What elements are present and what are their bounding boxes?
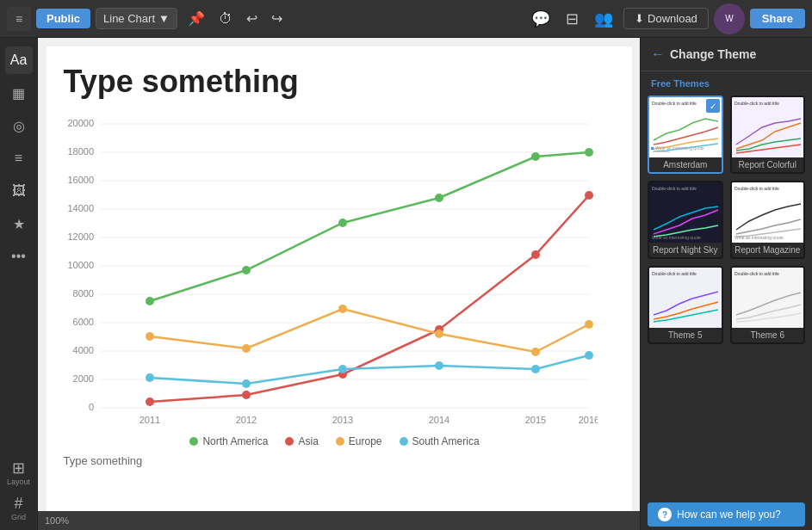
zoom-bar: 100% [38, 511, 640, 530]
help-button[interactable]: ? How can we help you? [648, 502, 805, 527]
section-label: Free Themes [641, 71, 812, 92]
theme-5[interactable]: Double-click to add title Theme 5 [648, 266, 723, 344]
svg-point-41 [242, 344, 251, 353]
svg-point-29 [242, 266, 251, 274]
theme-6[interactable]: Double-click to add title Theme 6 [730, 266, 806, 344]
theme-report-night-sky[interactable]: Double-click to add title Write an inter… [648, 181, 723, 259]
users-icon[interactable]: 👥 [589, 6, 618, 32]
help-label: How can we help you? [677, 508, 781, 521]
sidebar-item-grid[interactable]: # Grid [11, 495, 26, 521]
sidebar-item-tables[interactable]: ≡ [5, 145, 33, 172]
sidebar-item-layout[interactable]: ⊞ Layout [7, 459, 30, 486]
layout-icon[interactable]: ⊟ [561, 6, 584, 32]
chart-container: 20000 18000 16000 14000 12000 10000 8000… [64, 114, 606, 427]
theme-report-night-sky-label: Report Night Sky [649, 243, 722, 257]
svg-text:2014: 2014 [428, 415, 449, 423]
chart-legend: North America Asia Europe South America [64, 435, 606, 447]
theme-amsterdam[interactable]: Double-click to add title Write an inter… [648, 96, 723, 174]
svg-text:Write an interesting quote: Write an interesting quote [655, 145, 704, 151]
back-button[interactable]: ← [651, 46, 665, 62]
legend-item-south-america: South America [400, 435, 480, 447]
svg-point-46 [146, 373, 154, 382]
legend-label-north-america: North America [202, 435, 268, 447]
svg-point-35 [242, 391, 251, 399]
layout-label: Layout [7, 478, 30, 486]
sidebar-item-charts[interactable]: ▦ [5, 79, 33, 107]
sidebar-item-icons[interactable]: ★ [5, 210, 33, 237]
theme-report-magazine-label: Report Magazine [732, 243, 804, 257]
images-icon: 🖼 [12, 183, 26, 199]
legend-dot-south-america [400, 437, 408, 446]
menu-icon[interactable]: ≡ [7, 7, 31, 31]
chart-title[interactable]: Type something [64, 64, 606, 100]
sidebar-item-maps[interactable]: ◎ [5, 112, 33, 139]
theme-amsterdam-preview: Double-click to add title Write an inter… [649, 97, 722, 157]
chart-subtitle[interactable]: Type something [64, 454, 606, 467]
svg-text:20000: 20000 [67, 118, 94, 128]
legend-label-asia: Asia [298, 435, 318, 447]
legend-label-europe: Europe [349, 435, 382, 447]
grid-label: Grid [11, 513, 26, 521]
toolbar-icons: 📌 ⏱ ↩ ↪ [183, 7, 288, 30]
download-button[interactable]: ⬇ Download [623, 8, 709, 29]
topbar-right: 💬 ⊟ 👥 ⬇ Download W Share [526, 3, 805, 34]
svg-text:14000: 14000 [67, 203, 94, 213]
svg-point-28 [146, 297, 154, 305]
theme-report-colorful-preview: Double-click to add title [732, 97, 804, 157]
sidebar-item-text[interactable]: Aa [5, 46, 33, 74]
theme-report-magazine[interactable]: Double-click to add title Write an inter… [730, 181, 806, 259]
panel-header: ← Change Theme [641, 38, 812, 71]
right-panel: ← Change Theme Free Themes Double-click … [640, 38, 812, 530]
legend-item-north-america: North America [189, 435, 268, 447]
svg-point-50 [531, 365, 540, 373]
legend-item-europe: Europe [336, 435, 382, 447]
svg-point-47 [242, 379, 251, 388]
svg-rect-65 [649, 268, 722, 328]
tables-icon: ≡ [15, 151, 22, 166]
svg-text:Double-click to add title: Double-click to add title [652, 186, 697, 191]
svg-point-42 [338, 305, 347, 313]
svg-text:18000: 18000 [67, 146, 94, 157]
layout-icon: ⊞ [12, 459, 25, 478]
legend-dot-europe [336, 437, 344, 446]
svg-text:Double-click to add title: Double-click to add title [652, 101, 697, 106]
maps-icon: ◎ [13, 118, 25, 134]
theme-report-night-sky-preview: Double-click to add title Write an inter… [649, 182, 722, 243]
chart-type-label: Line Chart [103, 12, 155, 25]
theme-6-preview: Double-click to add title [732, 268, 804, 328]
theme-5-preview: Double-click to add title [649, 268, 722, 328]
share-button[interactable]: Share [750, 9, 805, 28]
zoom-label: 100% [45, 515, 69, 526]
svg-text:2000: 2000 [72, 373, 93, 384]
theme-report-magazine-preview: Double-click to add title Write an inter… [732, 182, 804, 243]
pin-icon[interactable]: 📌 [183, 7, 210, 30]
undo-icon[interactable]: ↩ [241, 7, 263, 30]
comment-icon[interactable]: 💬 [526, 6, 555, 32]
topbar-left: ≡ Public Line Chart ▼ 📌 ⏱ ↩ ↪ [7, 7, 288, 31]
sidebar-item-images[interactable]: 🖼 [5, 177, 33, 205]
sidebar-item-more[interactable]: ••• [5, 243, 33, 270]
more-icon: ••• [11, 249, 26, 264]
grid-icon: # [14, 495, 22, 513]
svg-text:10000: 10000 [67, 260, 94, 270]
svg-text:Double-click to add title: Double-click to add title [735, 271, 779, 276]
theme-amsterdam-label: Amsterdam [649, 157, 722, 172]
history-icon[interactable]: ⏱ [214, 8, 238, 30]
svg-point-49 [435, 361, 443, 370]
svg-rect-54 [651, 147, 654, 150]
svg-text:2013: 2013 [332, 415, 352, 423]
svg-point-44 [531, 348, 540, 356]
chevron-down-icon: ▼ [158, 12, 170, 25]
public-button[interactable]: Public [36, 9, 90, 28]
svg-text:Write an interesting quote: Write an interesting quote [652, 235, 701, 240]
chart-type-selector[interactable]: Line Chart ▼ [96, 8, 177, 29]
svg-text:Double-click to add title: Double-click to add title [735, 186, 779, 191]
theme-report-colorful[interactable]: Double-click to add title Report Colorfu… [730, 96, 806, 174]
redo-icon[interactable]: ↪ [266, 7, 288, 30]
theme-report-colorful-label: Report Colorful [732, 157, 804, 172]
svg-text:8000: 8000 [72, 288, 93, 299]
svg-text:2012: 2012 [235, 415, 256, 423]
svg-text:Double-click to add title: Double-click to add title [652, 271, 697, 276]
svg-text:6000: 6000 [72, 317, 93, 327]
download-label: Download [648, 12, 697, 25]
